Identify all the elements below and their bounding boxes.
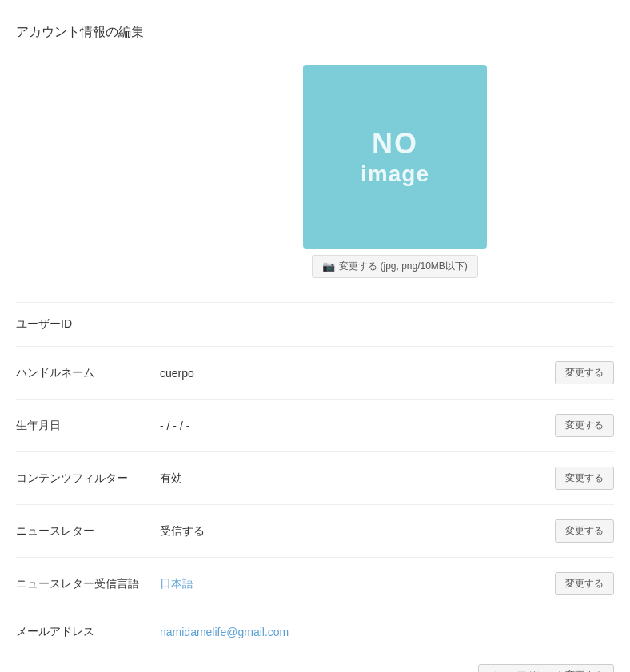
change-photo-button[interactable]: 📷 変更する (jpg, png/10MB以下) [312, 255, 478, 278]
handle-change-button[interactable]: 変更する [555, 361, 614, 384]
password-section: メールアドレスを変更する パスワードを変更する [16, 654, 614, 672]
no-image-placeholder: NO image [361, 126, 429, 188]
newsletter-change-button[interactable]: 変更する [555, 519, 614, 543]
content-filter-change-button[interactable]: 変更する [555, 467, 614, 490]
birthday-value: - / - / - [160, 420, 555, 432]
form-section: ユーザーID ハンドルネーム cuerpo 変更する 生年月日 - / - / … [16, 302, 614, 672]
userid-row: ユーザーID [16, 302, 614, 347]
avatar-image: NO image [303, 65, 487, 249]
newsletter-lang-change-button[interactable]: 変更する [555, 572, 614, 595]
email-label: メールアドレス [16, 625, 160, 639]
handle-row: ハンドルネーム cuerpo 変更する [16, 347, 614, 400]
birthday-row: 生年月日 - / - / - 変更する [16, 400, 614, 452]
page-title: アカウント情報の編集 [16, 24, 614, 41]
newsletter-label: ニュースレター [16, 524, 160, 539]
birthday-change-button[interactable]: 変更する [555, 414, 614, 437]
newsletter-lang-value: 日本語 [160, 577, 555, 591]
content-filter-label: コンテンツフィルター [16, 471, 160, 486]
content-filter-row: コンテンツフィルター 有効 変更する [16, 452, 614, 505]
newsletter-lang-label: ニュースレター受信言語 [16, 577, 160, 591]
camera-icon: 📷 [322, 260, 335, 272]
avatar-section: NO image 📷 変更する (jpg, png/10MB以下) [176, 65, 614, 278]
newsletter-row: ニュースレター 受信する 変更する [16, 505, 614, 558]
handle-value: cuerpo [160, 367, 555, 380]
email-value: namidamelife@gmail.com [160, 626, 614, 638]
email-row: メールアドレス namidamelife@gmail.com [16, 610, 614, 654]
birthday-label: 生年月日 [16, 419, 160, 433]
content-filter-value: 有効 [160, 471, 555, 486]
newsletter-lang-row: ニュースレター受信言語 日本語 変更する [16, 558, 614, 610]
handle-label: ハンドルネーム [16, 366, 160, 380]
email-change-button[interactable]: メールアドレスを変更する [478, 664, 614, 672]
userid-label: ユーザーID [16, 317, 160, 332]
newsletter-value: 受信する [160, 524, 555, 539]
